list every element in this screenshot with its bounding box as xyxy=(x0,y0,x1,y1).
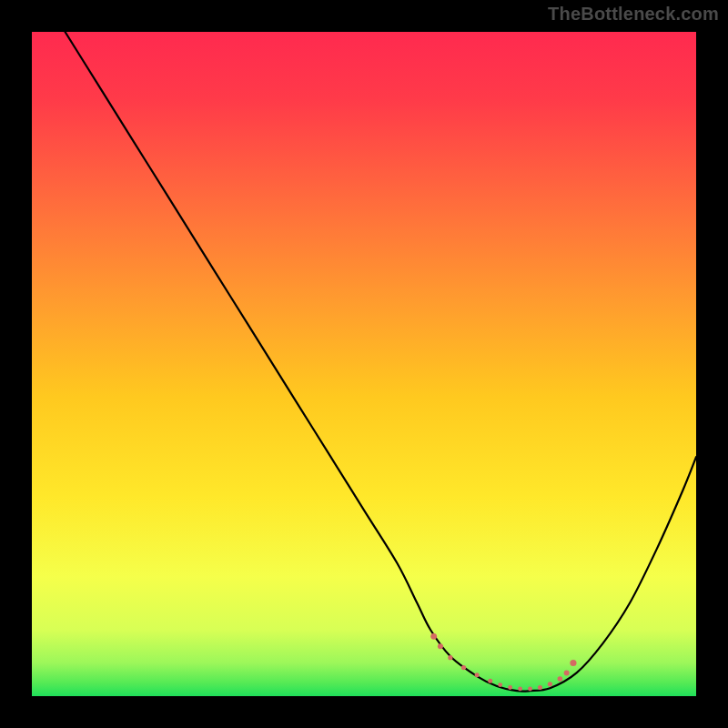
optimal-marker xyxy=(448,655,452,660)
plot-area xyxy=(32,32,696,696)
bottleneck-chart xyxy=(32,32,696,696)
optimal-marker xyxy=(461,665,466,670)
optimal-marker xyxy=(438,643,443,649)
chart-frame: TheBottleneck.com xyxy=(0,0,728,728)
optimal-marker xyxy=(475,672,480,677)
optimal-marker xyxy=(548,682,552,686)
optimal-marker xyxy=(518,687,522,692)
optimal-marker xyxy=(508,685,512,690)
gradient-background xyxy=(32,32,696,696)
optimal-marker xyxy=(498,682,502,687)
optimal-marker xyxy=(558,676,563,682)
optimal-marker xyxy=(528,687,532,692)
optimal-marker xyxy=(430,633,437,640)
attribution-text: TheBottleneck.com xyxy=(548,4,719,25)
optimal-marker xyxy=(488,679,492,683)
optimal-marker xyxy=(564,670,570,675)
optimal-marker xyxy=(570,660,576,666)
optimal-marker xyxy=(538,685,542,690)
